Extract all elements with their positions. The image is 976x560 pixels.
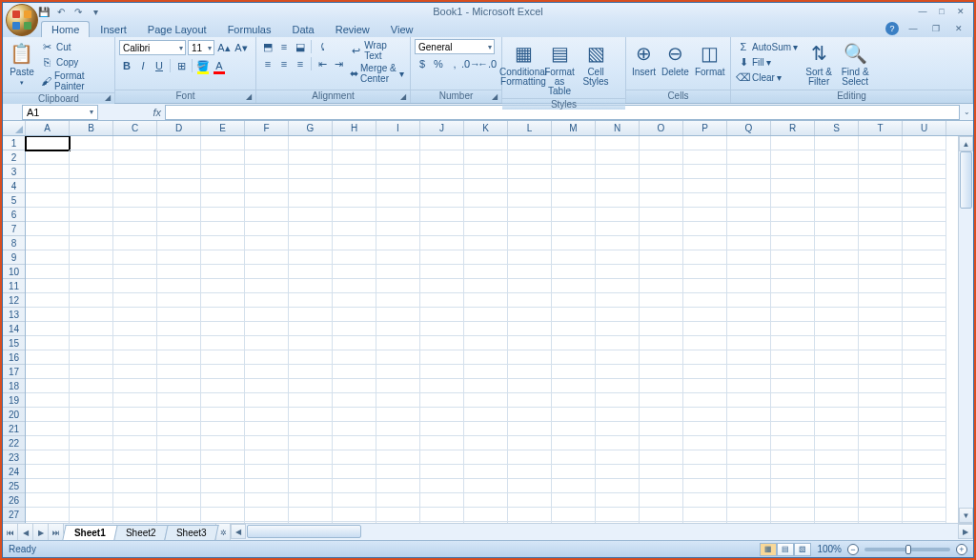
cell[interactable]	[596, 393, 640, 408]
cell[interactable]	[771, 379, 815, 393]
cell[interactable]	[420, 350, 464, 365]
cell[interactable]	[289, 350, 333, 365]
column-header[interactable]: Q	[727, 121, 771, 135]
cell[interactable]	[771, 336, 815, 350]
cell[interactable]	[376, 479, 420, 493]
cell[interactable]	[333, 336, 376, 350]
cell[interactable]	[815, 393, 859, 408]
cell[interactable]	[464, 465, 508, 479]
cell[interactable]	[859, 465, 903, 479]
cell[interactable]	[640, 250, 683, 265]
cell[interactable]	[903, 236, 946, 250]
workbook-close[interactable]: ✕	[950, 22, 967, 35]
cell[interactable]	[113, 379, 157, 393]
cell[interactable]	[771, 222, 815, 236]
cell[interactable]	[508, 350, 552, 365]
cell[interactable]	[245, 250, 289, 265]
cell[interactable]	[464, 308, 508, 322]
cell[interactable]	[552, 279, 596, 293]
cell[interactable]	[596, 365, 640, 379]
cell[interactable]	[508, 436, 552, 450]
cell[interactable]	[859, 522, 903, 523]
column-header[interactable]: B	[70, 121, 113, 135]
cell[interactable]	[903, 322, 946, 336]
cell[interactable]	[771, 365, 815, 379]
copy-button[interactable]: ⎘Copy	[39, 54, 111, 70]
cell[interactable]	[640, 379, 683, 393]
cell[interactable]	[420, 408, 464, 422]
cell[interactable]	[771, 165, 815, 179]
cell[interactable]	[771, 508, 815, 522]
tab-home[interactable]: Home	[41, 21, 90, 37]
cell[interactable]	[508, 465, 552, 479]
cell[interactable]	[333, 293, 376, 308]
cell[interactable]	[420, 365, 464, 379]
cell[interactable]	[376, 393, 420, 408]
cell[interactable]	[596, 465, 640, 479]
cell[interactable]	[640, 436, 683, 450]
cell[interactable]	[26, 465, 70, 479]
insert-cells-button[interactable]: ⊕Insert	[630, 39, 658, 79]
cell[interactable]	[113, 265, 157, 279]
cell[interactable]	[640, 179, 683, 193]
cell[interactable]	[333, 165, 376, 179]
currency-button[interactable]: $	[415, 56, 430, 71]
cell[interactable]	[201, 493, 245, 508]
cell[interactable]	[596, 436, 640, 450]
cell[interactable]	[420, 522, 464, 523]
cell[interactable]	[508, 365, 552, 379]
font-color-button[interactable]: A	[212, 58, 227, 73]
cell[interactable]	[157, 208, 201, 222]
cell[interactable]	[508, 293, 552, 308]
cell[interactable]	[815, 479, 859, 493]
cell[interactable]	[640, 336, 683, 350]
row-header[interactable]: 20	[3, 408, 25, 422]
zoom-thumb[interactable]	[905, 545, 911, 554]
column-header[interactable]: L	[508, 121, 552, 135]
cell[interactable]	[420, 465, 464, 479]
cell[interactable]	[376, 493, 420, 508]
cell[interactable]	[859, 222, 903, 236]
view-page-break-button[interactable]: ▧	[794, 543, 811, 556]
cell[interactable]	[289, 479, 333, 493]
cell[interactable]	[508, 508, 552, 522]
cell[interactable]	[683, 336, 727, 350]
cell[interactable]	[859, 365, 903, 379]
cell[interactable]	[771, 136, 815, 150]
cell[interactable]	[113, 436, 157, 450]
cell[interactable]	[727, 265, 771, 279]
cell[interactable]	[640, 265, 683, 279]
cell[interactable]	[815, 350, 859, 365]
cell[interactable]	[640, 136, 683, 150]
cell[interactable]	[70, 422, 113, 436]
cell[interactable]	[508, 236, 552, 250]
cell[interactable]	[289, 493, 333, 508]
cell[interactable]	[903, 250, 946, 265]
cell[interactable]	[113, 208, 157, 222]
cell[interactable]	[815, 208, 859, 222]
decrease-decimal-button[interactable]: ←.0	[479, 56, 495, 71]
cell[interactable]	[903, 393, 946, 408]
cell[interactable]	[640, 222, 683, 236]
cell[interactable]	[333, 479, 376, 493]
cell[interactable]	[640, 208, 683, 222]
decrease-indent-button[interactable]: ⇤	[315, 56, 330, 71]
cell[interactable]	[26, 408, 70, 422]
cell[interactable]	[727, 279, 771, 293]
cell[interactable]	[859, 136, 903, 150]
cell[interactable]	[376, 136, 420, 150]
qat-undo-icon[interactable]: ↶	[54, 5, 68, 18]
cell[interactable]	[727, 165, 771, 179]
cell[interactable]	[815, 436, 859, 450]
cell[interactable]	[420, 336, 464, 350]
cell[interactable]	[245, 136, 289, 150]
font-launcher[interactable]: ◢	[244, 92, 254, 102]
cell[interactable]	[508, 322, 552, 336]
row-header[interactable]: 18	[3, 379, 25, 393]
cell[interactable]	[26, 379, 70, 393]
cell[interactable]	[333, 522, 376, 523]
cell[interactable]	[464, 493, 508, 508]
column-header[interactable]: O	[640, 121, 683, 135]
cell[interactable]	[552, 150, 596, 165]
cell[interactable]	[70, 408, 113, 422]
